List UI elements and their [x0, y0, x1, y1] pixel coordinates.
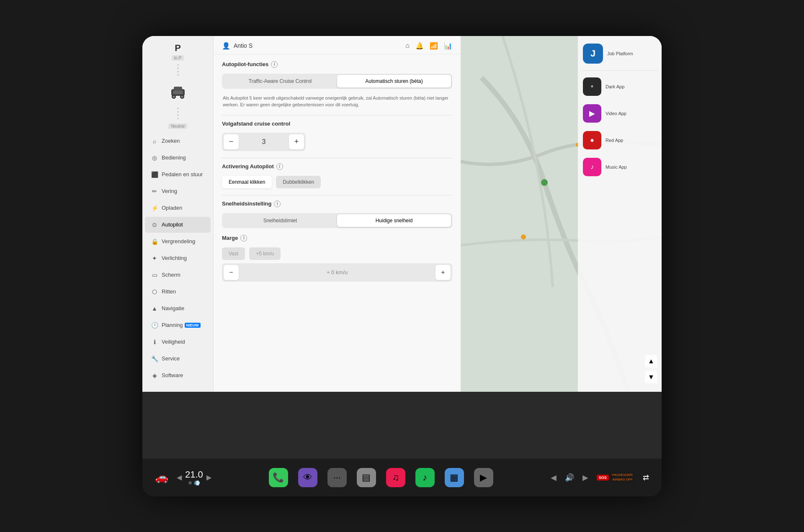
- sidebar-item-zoeken[interactable]: ⌕ Zoeken: [145, 133, 211, 149]
- temp-value: 21.0: [185, 469, 203, 480]
- marge-options: Vast +5 km/u: [222, 247, 452, 260]
- activation-section: Activering Autopilot i Eenmaal klikken D…: [222, 163, 452, 188]
- app-icon-dark[interactable]: ▪: [583, 77, 601, 96]
- app-icon-job[interactable]: J: [583, 44, 603, 64]
- sidebar-item-navigatie[interactable]: ▲ Navigatie: [145, 301, 211, 316]
- distance-minus-btn[interactable]: −: [224, 134, 239, 149]
- speed-info-icon[interactable]: i: [274, 200, 281, 207]
- autopilot-toggle-group: Traffic-Aware Cruise Control Automatisch…: [222, 74, 452, 89]
- svg-point-5: [181, 95, 183, 98]
- user-name: Antio S: [234, 42, 253, 49]
- search-icon: ⌕: [151, 137, 158, 145]
- cruise-control-btn[interactable]: Traffic-Aware Cruise Control: [223, 75, 337, 87]
- follow-distance-title: Volgafstand cruise control: [222, 121, 452, 127]
- sidebar-item-bediening[interactable]: ◎ Bediening: [145, 150, 211, 166]
- svg-point-4: [173, 95, 175, 98]
- auto-steer-btn[interactable]: Automatisch sturen (bèta): [337, 75, 451, 87]
- nav-down[interactable]: ▼: [645, 371, 657, 383]
- gear-dot-3: [177, 71, 179, 72]
- bell-icon[interactable]: 🔔: [415, 42, 424, 50]
- sos-badge[interactable]: SOS: [597, 475, 609, 481]
- spotify-app-btn[interactable]: ♪: [415, 468, 435, 487]
- activation-info-icon[interactable]: i: [276, 163, 283, 170]
- activation-title: Activering Autopilot i: [222, 163, 452, 170]
- svg-point-8: [541, 179, 548, 186]
- taskbar-center: 📞 👁 ··· ▤ ♫ ♪ ▦ ▶: [211, 468, 551, 487]
- light-icon: ✦: [151, 254, 158, 262]
- speed-section: Snelheidsinstelling i Snelheidslimiet Hu…: [222, 200, 452, 228]
- taskbar-car-icon[interactable]: 🚗: [155, 471, 168, 484]
- speed-minus-btn[interactable]: −: [224, 265, 239, 280]
- sidebar-item-vering[interactable]: ✏ Vering: [145, 183, 211, 199]
- cards-app-btn[interactable]: ▤: [357, 468, 376, 487]
- sidebar-item-verlichting[interactable]: ✦ Verlichting: [145, 250, 211, 266]
- camera-app-btn[interactable]: 👁: [298, 468, 317, 487]
- temp-right-arrow[interactable]: ▶: [206, 473, 211, 481]
- app-name-dark: Dark App: [606, 84, 624, 89]
- sidebar-item-service[interactable]: 🔧 Service: [145, 351, 211, 367]
- speed-adjust-stepper: − + 0 km/u +: [222, 263, 452, 282]
- speed-plus-btn[interactable]: +: [436, 265, 451, 280]
- marge-vast-btn[interactable]: Vast: [222, 247, 245, 260]
- sidebar-item-pedalen[interactable]: ⬛ Pedalen en stuur: [145, 167, 211, 182]
- nav-up[interactable]: ▲: [645, 355, 657, 368]
- sidebar-item-software[interactable]: ◈ Software: [145, 368, 211, 383]
- autopilot-icon: ⊙: [151, 221, 158, 229]
- temp-left-arrow[interactable]: ◀: [177, 473, 182, 481]
- user-icon: 👤: [222, 42, 230, 50]
- single-click-btn[interactable]: Eenmaal klikken: [222, 176, 272, 188]
- taskbar-nav-forward[interactable]: ▶: [582, 473, 588, 482]
- taskbar-nav-back[interactable]: ◀: [551, 473, 557, 482]
- music-app-btn[interactable]: ♫: [386, 468, 405, 487]
- distance-plus-btn[interactable]: +: [289, 134, 304, 149]
- app-icon-purple[interactable]: ▶: [583, 104, 601, 123]
- phone-app-btn[interactable]: 📞: [269, 468, 288, 487]
- marge-plus5-btn[interactable]: +5 km/u: [249, 247, 281, 260]
- sidebar-label-pedalen: Pedalen en stuur: [162, 171, 203, 177]
- sidebar-item-autopilot[interactable]: ⊙ Autopilot: [145, 217, 211, 233]
- sidebar-item-ritten[interactable]: ⬡ Ritten: [145, 284, 211, 300]
- current-speed-btn[interactable]: Huidige snelheid: [337, 214, 451, 227]
- video-app-btn[interactable]: ▶: [474, 468, 493, 487]
- app-item-4: ● Red App: [581, 129, 658, 152]
- app-sidebar: J Job Platform ▪ Dark App ▶ Video App ●: [578, 36, 662, 392]
- sidebar-label-navigatie: Navigatie: [162, 305, 184, 311]
- airbag-text: AIRBAG OFF: [612, 478, 633, 482]
- app-icon-pink[interactable]: ♪: [583, 158, 601, 176]
- double-click-btn[interactable]: Dubbelklikken: [276, 176, 321, 188]
- app-icon-red[interactable]: ●: [583, 131, 601, 149]
- sidebar-item-vergrendeling[interactable]: 🔒 Vergrendeling: [145, 234, 211, 249]
- sidebar-item-planning[interactable]: 🕐 Planning NIEUW: [145, 317, 211, 333]
- waze-app-btn[interactable]: ▦: [445, 468, 464, 487]
- back-icon[interactable]: ⇄: [643, 473, 649, 482]
- app-name-purple: Video App: [606, 111, 626, 116]
- autopilot-section-title: Autopilot-functies i: [222, 61, 452, 68]
- speed-limit-btn[interactable]: Snelheidslimiet: [223, 214, 337, 227]
- more-app-btn[interactable]: ···: [327, 468, 347, 487]
- sidebar-label-verlichting: Verlichting: [162, 255, 187, 261]
- sidebar-item-veiligheid[interactable]: ℹ Veiligheid: [145, 334, 211, 350]
- temp-control: ◀ 21.0 ❄ 💨 ▶: [177, 469, 211, 486]
- autopilot-info-icon[interactable]: i: [271, 61, 278, 68]
- main-content-area: 👤 Antio S ⌂ 🔔 📶 📊: [214, 36, 461, 392]
- speed-title: Snelheidsinstelling i: [222, 200, 452, 207]
- sidebar-item-opladen[interactable]: ⚡ Opladen: [145, 200, 211, 216]
- car-icon-sidebar: [147, 78, 208, 105]
- sidebar-label-veiligheid: Veiligheid: [162, 339, 185, 345]
- speed-adjust-value: + 0 km/u: [239, 269, 436, 275]
- sidebar: P In P: [142, 36, 214, 392]
- marge-info-icon[interactable]: i: [240, 235, 247, 242]
- safety-icon: ℹ: [151, 338, 158, 346]
- sidebar-label-bediening: Bediening: [162, 154, 186, 161]
- ritten-icon: ⬡: [151, 288, 158, 296]
- header-icons: ⌂ 🔔 📶 📊: [405, 42, 452, 50]
- gear-dot-4: [177, 74, 179, 76]
- sidebar-label-software: Software: [162, 372, 183, 378]
- sidebar-label-planning: Planning: [162, 322, 183, 328]
- sidebar-label-service: Service: [162, 355, 180, 362]
- sidebar-item-scherm[interactable]: ▭ Scherm: [145, 267, 211, 283]
- nav-icon: ▲: [151, 305, 158, 312]
- volume-icon[interactable]: 🔊: [565, 473, 574, 482]
- gear-sub-indicator: In P: [172, 55, 184, 61]
- home-icon[interactable]: ⌂: [405, 42, 410, 49]
